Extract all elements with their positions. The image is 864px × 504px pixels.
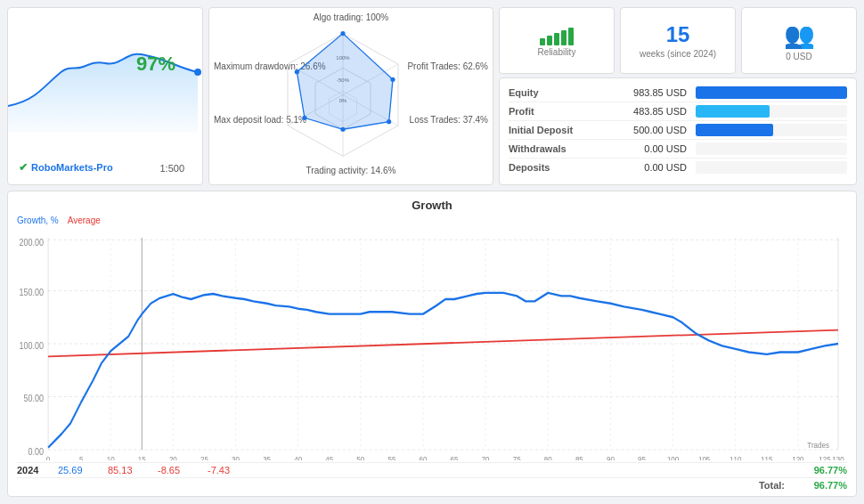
initial-deposit-label: Initial Deposit xyxy=(509,125,607,135)
svg-point-15 xyxy=(302,116,306,120)
footer-ytd: 96.77% xyxy=(814,465,847,476)
svg-text:80: 80 xyxy=(544,455,552,460)
svg-text:35: 35 xyxy=(263,455,271,460)
withdrawals-row: Withdrawals 0.00 USD xyxy=(509,140,847,159)
profit-row: Profit 483.85 USD xyxy=(509,102,847,121)
deposits-value: 0.00 USD xyxy=(607,162,687,173)
stats-table: Equity 983.85 USD Profit 483.85 USD Init… xyxy=(499,77,857,185)
svg-line-82 xyxy=(48,330,838,357)
equity-label: Equity xyxy=(509,87,607,98)
footer-jan: 25.69 xyxy=(58,465,94,476)
chart-area: 0.00 50.00 100.00 150.00 200.00 xyxy=(17,227,847,460)
withdrawals-bar-container xyxy=(696,142,847,155)
svg-point-11 xyxy=(340,31,345,36)
svg-point-16 xyxy=(295,69,299,74)
percent-label: 97% xyxy=(136,53,175,76)
svg-text:110: 110 xyxy=(730,455,741,460)
svg-text:100.00: 100.00 xyxy=(20,340,45,351)
svg-point-0 xyxy=(194,69,201,76)
svg-point-14 xyxy=(340,127,345,132)
radar-panel: Algo trading: 100% Maximum drawdown: 26.… xyxy=(208,7,493,185)
equity-value: 983.85 USD xyxy=(607,87,687,98)
equity-bar-container xyxy=(696,86,847,99)
svg-text:65: 65 xyxy=(451,455,459,460)
svg-text:Trades: Trades xyxy=(807,440,829,450)
svg-point-13 xyxy=(387,119,391,124)
svg-text:25: 25 xyxy=(200,455,208,460)
equity-row: Equity 983.85 USD xyxy=(509,84,847,102)
svg-text:15: 15 xyxy=(138,455,146,460)
weeks-label: weeks (since 2024) xyxy=(640,49,716,59)
reliability-bars xyxy=(540,24,574,45)
chart-footer: 2024 25.69 85.13 -8.65 -7.43 96.77% xyxy=(17,462,847,477)
stats-panel: Reliability 15 weeks (since 2024) 👥 0 US… xyxy=(499,7,857,185)
svg-text:125: 125 xyxy=(819,455,830,460)
reliability-label: Reliability xyxy=(538,47,576,57)
equity-bar xyxy=(696,86,847,99)
total-row: Total: 96.77% xyxy=(17,477,847,492)
svg-marker-10 xyxy=(297,34,393,130)
chart-legend: Growth, % Average xyxy=(17,215,847,225)
growth-svg: 0.00 50.00 100.00 150.00 200.00 xyxy=(17,227,847,460)
svg-text:120: 120 xyxy=(792,455,803,460)
withdrawals-value: 0.00 USD xyxy=(607,143,687,154)
rel-bar-3 xyxy=(554,33,559,45)
chart-title: Growth xyxy=(17,199,847,212)
mini-chart-panel: 97% ✔ RoboMarkets-Pro 1:500 xyxy=(7,7,203,185)
svg-text:55: 55 xyxy=(387,455,395,460)
total-label: Total: xyxy=(759,480,785,491)
legend-growth: Growth, % xyxy=(17,215,59,225)
initial-deposit-bar-container xyxy=(696,124,847,136)
initial-deposit-value: 500.00 USD xyxy=(607,125,687,135)
deposits-row: Deposits 0.00 USD xyxy=(509,159,847,176)
svg-text:30: 30 xyxy=(232,455,240,460)
svg-text:100: 100 xyxy=(667,455,679,460)
svg-text:85: 85 xyxy=(575,455,583,460)
svg-text:90: 90 xyxy=(607,455,615,460)
initial-deposit-row: Initial Deposit 500.00 USD xyxy=(509,121,847,140)
svg-text:40: 40 xyxy=(294,455,302,460)
growth-chart-section: Growth Growth, % Average 0.00 50.00 100.… xyxy=(7,191,857,497)
svg-text:75: 75 xyxy=(513,455,521,460)
footer-mar: -8.65 xyxy=(158,465,193,476)
svg-text:70: 70 xyxy=(482,455,490,460)
legend-average: Average xyxy=(68,215,101,225)
svg-text:45: 45 xyxy=(325,455,333,460)
trading-activity-label: Trading activity: 14.6% xyxy=(298,166,404,175)
rel-bar-5 xyxy=(568,28,574,45)
profit-bar xyxy=(696,105,770,118)
weeks-box: 15 weeks (since 2024) xyxy=(620,7,736,74)
svg-text:105: 105 xyxy=(698,455,710,460)
svg-text:0: 0 xyxy=(46,455,51,460)
usd-box: 👥 0 USD xyxy=(741,7,857,74)
svg-text:130: 130 xyxy=(832,455,844,460)
rel-bar-1 xyxy=(540,38,545,45)
profit-value: 483.85 USD xyxy=(607,106,687,117)
broker-name: RoboMarkets-Pro xyxy=(31,162,113,173)
leverage-label: 1:500 xyxy=(159,163,184,174)
svg-text:60: 60 xyxy=(420,455,428,460)
reliability-box: Reliability xyxy=(499,7,615,74)
svg-point-12 xyxy=(390,77,395,82)
profit-bar-container xyxy=(696,105,847,118)
svg-text:200.00: 200.00 xyxy=(20,238,45,248)
usd-value: 0 USD xyxy=(786,52,811,61)
svg-text:115: 115 xyxy=(761,455,772,460)
svg-text:20: 20 xyxy=(169,455,177,460)
svg-text:5: 5 xyxy=(79,455,84,460)
withdrawals-label: Withdrawals xyxy=(509,143,607,154)
footer-year: 2024 xyxy=(17,465,44,476)
svg-text:10: 10 xyxy=(107,455,115,460)
rel-bar-4 xyxy=(561,30,566,45)
svg-text:50: 50 xyxy=(356,455,364,460)
algo-trading-label: Algo trading: 100% xyxy=(302,12,400,22)
deposits-label: Deposits xyxy=(509,162,607,173)
check-icon: ✔ xyxy=(19,161,28,174)
total-value: 96.77% xyxy=(794,480,847,491)
svg-text:50.00: 50.00 xyxy=(24,394,45,404)
people-icon: 👥 xyxy=(784,20,815,50)
svg-text:150.00: 150.00 xyxy=(20,288,45,298)
footer-apr: -7.43 xyxy=(208,465,243,476)
svg-text:95: 95 xyxy=(638,455,646,460)
svg-text:0.00: 0.00 xyxy=(29,446,45,457)
